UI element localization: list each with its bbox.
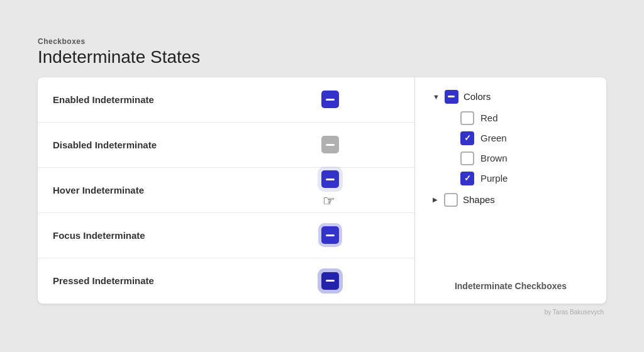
tree-child-label-green: Green xyxy=(480,133,507,143)
tree-parent-colors[interactable]: ▼ Colors xyxy=(433,90,589,104)
checkbox-shapes[interactable] xyxy=(444,193,458,207)
dash-icon xyxy=(326,179,335,180)
main-card: Enabled Indeterminate Disabled Indetermi… xyxy=(38,77,606,304)
row-label-hover: Hover Indeterminate xyxy=(38,185,245,195)
header-section: Checkboxes Indeterminate States xyxy=(38,37,200,67)
row-label-pressed: Pressed Indeterminate xyxy=(38,275,245,286)
row-label-disabled: Disabled Indeterminate xyxy=(38,140,245,150)
tree-child-purple[interactable]: ✓ Purple xyxy=(460,172,589,185)
checkmark-icon: ✓ xyxy=(464,174,471,182)
tree-child-label-brown: Brown xyxy=(480,153,508,163)
page-title: Indeterminate States xyxy=(38,47,200,67)
table-row: Focus Indeterminate xyxy=(38,213,414,258)
checkbox-hover[interactable] xyxy=(321,170,339,188)
checkbox-green[interactable]: ✓ xyxy=(460,131,474,145)
checkbox-colors-indeterminate[interactable] xyxy=(445,90,458,104)
table-row: Hover Indeterminate ☞ xyxy=(38,168,414,213)
section-label: Checkboxes xyxy=(38,37,200,46)
row-control-disabled xyxy=(245,136,414,153)
tree-child-label-purple: Purple xyxy=(480,173,508,184)
page-container: Checkboxes Indeterminate States Enabled … xyxy=(0,0,644,352)
table-row: Disabled Indeterminate xyxy=(38,123,414,168)
dash-icon xyxy=(326,280,335,282)
tree-child-red[interactable]: Red xyxy=(460,111,589,125)
table-row: Pressed Indeterminate xyxy=(38,258,414,304)
right-panel: ▼ Colors Red ✓ xyxy=(415,77,606,304)
checkbox-disabled xyxy=(321,136,339,153)
dash-icon xyxy=(326,99,335,101)
tree-section: ▼ Colors Red ✓ xyxy=(433,90,589,271)
credit-text: by Taras Bakusevych xyxy=(545,309,606,316)
cursor-icon: ☞ xyxy=(323,193,335,209)
row-control-focus[interactable] xyxy=(245,226,414,244)
row-control-hover[interactable]: ☞ xyxy=(245,170,414,209)
checkmark-icon: ✓ xyxy=(464,134,471,142)
shapes-label: Shapes xyxy=(463,194,495,205)
shapes-row[interactable]: ▶ Shapes xyxy=(433,193,589,207)
checkbox-brown[interactable] xyxy=(460,151,474,165)
dash-icon xyxy=(448,96,455,97)
dash-icon xyxy=(326,144,335,146)
checkbox-pressed[interactable] xyxy=(321,272,339,290)
tree-child-brown[interactable]: Brown xyxy=(460,151,589,165)
dash-icon xyxy=(326,234,335,236)
checkbox-red[interactable] xyxy=(460,111,474,125)
tree-child-green[interactable]: ✓ Green xyxy=(460,131,589,145)
hover-wrapper: ☞ xyxy=(321,170,339,209)
checkbox-purple[interactable]: ✓ xyxy=(460,172,474,185)
row-control-pressed[interactable] xyxy=(245,272,414,290)
chevron-right-icon: ▶ xyxy=(433,196,438,203)
left-panel: Enabled Indeterminate Disabled Indetermi… xyxy=(38,77,415,304)
checkbox-enabled[interactable] xyxy=(321,91,339,108)
tree-child-label-red: Red xyxy=(480,113,498,123)
checkbox-focus[interactable] xyxy=(321,226,339,244)
tree-children: Red ✓ Green Brown xyxy=(460,111,589,185)
chevron-down-icon: ▼ xyxy=(433,93,440,101)
bottom-label: Indeterminate Checkboxes xyxy=(433,281,589,291)
tree-parent-label: Colors xyxy=(464,91,491,102)
row-label-focus: Focus Indeterminate xyxy=(38,230,245,241)
row-label-enabled: Enabled Indeterminate xyxy=(38,94,245,105)
row-control-enabled[interactable] xyxy=(245,91,414,108)
table-row: Enabled Indeterminate xyxy=(38,77,414,123)
